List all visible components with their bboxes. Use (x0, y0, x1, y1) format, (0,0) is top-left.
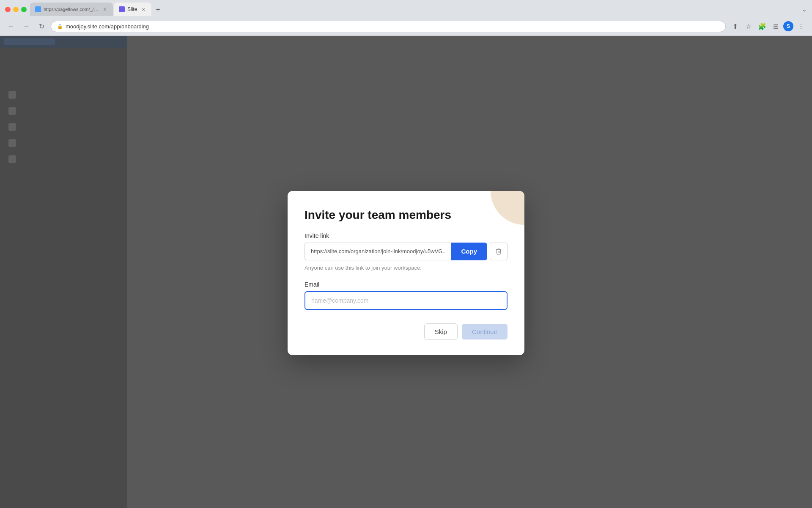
profile-button[interactable]: ⊞ (770, 20, 782, 32)
menu-button[interactable]: ⋮ (795, 20, 807, 32)
tab-slite-close[interactable]: ✕ (140, 6, 146, 12)
maximize-window-button[interactable] (21, 7, 27, 12)
address-text: moodjoy.slite.com/app/onboarding (66, 23, 149, 30)
browser-addressbar: ← → ↻ 🔒 moodjoy.slite.com/app/onboarding… (0, 19, 812, 36)
dialog-corner-decoration (486, 191, 524, 229)
email-label: Email (304, 281, 508, 288)
tab-pageflows[interactable]: https://pageflows.com/_/email... ✕ (30, 3, 113, 16)
tab-slite[interactable]: Slite ✕ (114, 3, 151, 16)
invite-link-label: Invite link (304, 232, 508, 239)
tab-pageflows-label: https://pageflows.com/_/email... (44, 7, 99, 12)
invite-link-row: Copy (304, 243, 508, 260)
bookmark-button[interactable]: ☆ (743, 20, 754, 32)
profile-avatar[interactable]: S (783, 21, 793, 31)
invite-link-input[interactable] (304, 243, 451, 260)
link-helper-text: Anyone can use this link to join your wo… (304, 265, 508, 271)
invite-team-dialog: Invite your team members Invite link Cop… (288, 191, 524, 355)
trash-icon (495, 248, 502, 255)
window-controls (5, 7, 27, 12)
tabs-dropdown-button[interactable]: ⌄ (802, 6, 807, 13)
delete-link-button[interactable] (490, 243, 508, 260)
forward-button[interactable]: → (20, 20, 32, 32)
extensions-button[interactable]: 🧩 (756, 20, 768, 32)
modal-overlay: Invite your team members Invite link Cop… (0, 36, 812, 508)
browser-toolbar-icons: ⬆ ☆ 🧩 ⊞ S ⋮ (729, 20, 807, 32)
address-bar[interactable]: 🔒 moodjoy.slite.com/app/onboarding (51, 21, 726, 32)
pageflows-favicon (35, 6, 41, 12)
email-input[interactable] (304, 291, 508, 310)
new-tab-button[interactable]: + (152, 4, 164, 16)
browser-titlebar: https://pageflows.com/_/email... ✕ Slite… (0, 0, 812, 19)
continue-button[interactable]: Continue (462, 324, 508, 340)
minimize-window-button[interactable] (13, 7, 19, 12)
browser-tabs: https://pageflows.com/_/email... ✕ Slite… (30, 3, 798, 16)
copy-button[interactable]: Copy (451, 243, 488, 260)
back-button[interactable]: ← (5, 20, 17, 32)
dialog-footer: Skip Continue (304, 323, 508, 340)
tab-slite-label: Slite (127, 6, 137, 12)
lock-icon: 🔒 (57, 24, 63, 29)
share-button[interactable]: ⬆ (729, 20, 741, 32)
page-content: Invite your team members Invite link Cop… (0, 36, 812, 508)
reload-button[interactable]: ↻ (36, 20, 47, 32)
close-window-button[interactable] (5, 7, 11, 12)
skip-button[interactable]: Skip (424, 323, 458, 340)
slite-favicon (119, 6, 125, 12)
tab-pageflows-close[interactable]: ✕ (102, 6, 108, 12)
browser-chrome: https://pageflows.com/_/email... ✕ Slite… (0, 0, 812, 36)
dialog-title: Invite your team members (304, 208, 508, 222)
